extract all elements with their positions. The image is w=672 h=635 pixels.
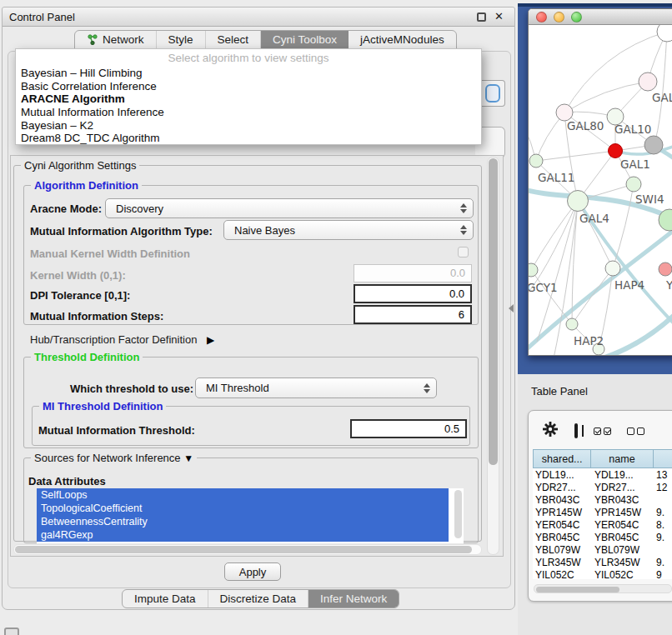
- tab-select[interactable]: Select: [206, 31, 262, 48]
- deselect-all-checkboxes-icon[interactable]: [627, 428, 644, 435]
- tab-jactivemnodules[interactable]: jActiveMNodules: [349, 31, 456, 48]
- tab-jactivemnodules-label: jActiveMNodules: [360, 33, 444, 46]
- mi-type-select[interactable]: Naive Bayes: [223, 220, 474, 240]
- node-gal80[interactable]: [556, 104, 573, 121]
- kernel-width-input[interactable]: 0.0: [354, 264, 472, 282]
- tab-impute-data[interactable]: Impute Data: [123, 590, 208, 608]
- cyni-algorithm-settings-title: Cyni Algorithm Settings: [21, 159, 139, 172]
- node-gray[interactable]: [644, 136, 663, 154]
- network-canvas[interactable]: GAL GAL80 GAL10 GAL1 GAL11 SWI4 GAL4 GCY…: [529, 25, 672, 356]
- node-label: GAL: [652, 91, 672, 104]
- table-row[interactable]: YPR145W YPR145W 9.: [533, 506, 672, 518]
- tab-style-label: Style: [168, 33, 193, 46]
- algorithm-option[interactable]: Basic Correlation Inference: [16, 80, 481, 93]
- node-partial-top[interactable]: [657, 25, 672, 42]
- tab-style[interactable]: Style: [157, 31, 206, 48]
- data-attribute-option[interactable]: BetweennessCentrality: [37, 515, 449, 528]
- close-icon[interactable]: ✕: [494, 10, 504, 22]
- algorithm-option[interactable]: ARACNE Algorithm: [16, 92, 481, 106]
- splitter-collapse-icon[interactable]: [509, 304, 514, 312]
- network-view-window: GAL GAL80 GAL10 GAL1 GAL11 SWI4 GAL4 GCY…: [528, 8, 672, 356]
- data-attributes-label: Data Attributes: [28, 475, 106, 488]
- control-panel-titlebar[interactable]: Control Panel ✕: [3, 8, 514, 27]
- table-row[interactable]: YBL079W YBL079W: [533, 543, 672, 556]
- gear-icon[interactable]: [542, 421, 559, 441]
- node-salmon[interactable]: [659, 262, 672, 276]
- table-panel-title: Table Panel: [531, 385, 588, 398]
- algorithm-option[interactable]: Bayesian – Hill Climbing: [16, 67, 481, 80]
- manual-kernel-checkbox[interactable]: [458, 247, 469, 258]
- table-row[interactable]: YIL052C YIL052C 9: [533, 568, 672, 579]
- tab-cyni-toolbox[interactable]: Cyni Toolbox: [261, 31, 349, 48]
- which-threshold-label: Which threshold to use:: [70, 382, 193, 395]
- minimized-panel-icon[interactable]: [4, 628, 19, 635]
- tab-discretize-data[interactable]: Discretize Data: [208, 590, 309, 608]
- data-attribute-option[interactable]: gal4RGexp: [37, 528, 449, 542]
- which-threshold-select[interactable]: MI Threshold: [195, 378, 437, 398]
- mi-threshold-label: Mutual Information Threshold:: [38, 424, 195, 437]
- tab-infer-network[interactable]: Infer Network: [308, 590, 399, 608]
- cell-name: YLR345W: [593, 557, 656, 568]
- control-panel-title: Control Panel: [9, 11, 75, 23]
- dpi-tolerance-input[interactable]: 0.0: [354, 284, 472, 303]
- node-hap4[interactable]: [605, 261, 620, 276]
- node-gal1[interactable]: [609, 144, 623, 158]
- table-row[interactable]: YDL19... YDL19... 13: [533, 468, 672, 481]
- cell-name: YER054C: [593, 519, 656, 531]
- cell-shared-name: YLR345W: [533, 557, 593, 568]
- tab-network[interactable]: Network: [75, 31, 157, 48]
- mi-steps-label: Mutual Information Steps:: [30, 310, 163, 322]
- cell-name: YDR27...: [593, 482, 656, 493]
- node-swi4[interactable]: [626, 177, 641, 192]
- network-window-titlebar[interactable]: [529, 9, 672, 25]
- settings-vscrollbar-thumb[interactable]: [489, 158, 498, 465]
- screen: Control Panel ✕ Network Style Se: [0, 0, 672, 635]
- split-panes-icon[interactable]: [574, 423, 578, 438]
- table-row[interactable]: YLR345W YLR345W 9.: [533, 556, 672, 568]
- column-header-name[interactable]: name: [591, 449, 653, 468]
- data-attribute-option[interactable]: SelfLoops: [37, 488, 449, 502]
- table-panel-window: shared... name YDL19... YDL19... 13 YDR2…: [528, 410, 672, 602]
- column-header-shared-name[interactable]: shared...: [533, 449, 591, 468]
- zoom-traffic-light-icon[interactable]: [571, 12, 582, 22]
- float-window-icon[interactable]: [477, 12, 486, 22]
- node-gcy1[interactable]: [529, 263, 538, 277]
- apply-button[interactable]: Apply: [224, 562, 281, 581]
- algorithm-option[interactable]: Dream8 DC_TDC Algorithm: [16, 132, 481, 145]
- cell-shared-name: YBL079W: [533, 544, 593, 556]
- cell-value: 9.: [656, 532, 672, 543]
- node-gal11[interactable]: [529, 154, 543, 168]
- mi-type-label: Mutual Information Algorithm Type:: [30, 225, 213, 238]
- node-gal-cut[interactable]: [639, 72, 657, 91]
- cell-name: YDL19...: [593, 469, 656, 481]
- aracne-mode-select[interactable]: Discovery: [105, 198, 474, 218]
- mi-threshold-input[interactable]: 0.5: [350, 419, 467, 438]
- hub-definition-toggle[interactable]: Hub/Transcription Factor Definition ▶: [30, 333, 214, 346]
- listbox-scrollbar[interactable]: [454, 490, 462, 538]
- data-attribute-option[interactable]: TopologicalCoefficient: [37, 502, 449, 515]
- algorithm-option[interactable]: Mutual Information Inference: [16, 106, 481, 119]
- node-label: GAL4: [579, 212, 609, 225]
- cell-value: 9.: [656, 557, 672, 568]
- minimize-traffic-light-icon[interactable]: [554, 12, 564, 22]
- table-hscrollbar-track[interactable]: [534, 584, 672, 593]
- node-gal4[interactable]: [568, 191, 589, 212]
- table-row[interactable]: YBR045C YBR045C 9.: [533, 531, 672, 543]
- data-attributes-listbox[interactable]: SelfLoopsTopologicalCoefficientBetweenne…: [37, 488, 464, 543]
- mi-steps-input[interactable]: 6: [354, 305, 472, 324]
- close-traffic-light-icon[interactable]: [536, 12, 547, 22]
- column-header-partial[interactable]: [654, 449, 672, 468]
- network-graph: GAL GAL80 GAL10 GAL1 GAL11 SWI4 GAL4 GCY…: [529, 25, 672, 356]
- hub-definition-label: Hub/Transcription Factor Definition: [30, 333, 197, 346]
- table-hscrollbar-thumb[interactable]: [536, 587, 619, 592]
- expanded-arrow-icon[interactable]: ▼: [183, 452, 193, 464]
- table-row[interactable]: YBR043C YBR043C: [533, 493, 672, 506]
- node-hap2[interactable]: [566, 318, 578, 330]
- kernel-width-label: Kernel Width (0,1):: [30, 269, 126, 282]
- algorithm-option[interactable]: Bayesian – K2: [16, 119, 481, 132]
- settings-hscrollbar-thumb[interactable]: [15, 546, 472, 553]
- table-row[interactable]: YER054C YER054C 8.: [533, 518, 672, 531]
- tab-select-label: Select: [218, 33, 249, 46]
- table-row[interactable]: YDR27... YDR27... 12: [533, 481, 672, 493]
- select-all-checkboxes-icon[interactable]: [594, 428, 611, 435]
